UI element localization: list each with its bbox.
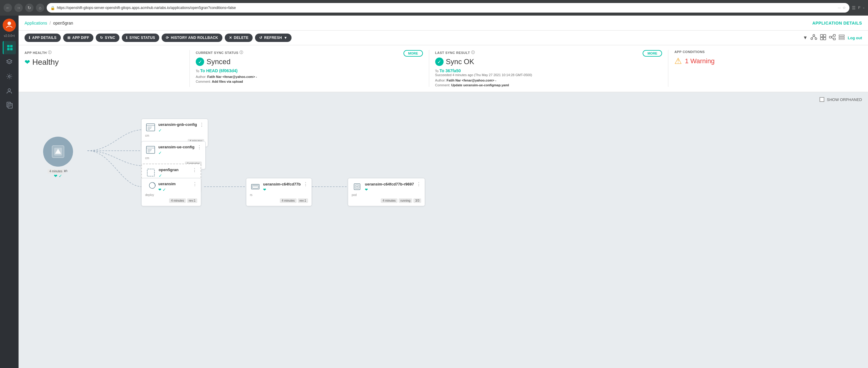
address-bar[interactable]: 🔒 https://openshift-gitops-server-opensh… <box>47 3 849 12</box>
svg-line-17 <box>814 36 816 38</box>
sync-icon: ↻ <box>100 36 103 40</box>
toolbar: ℹ APP DETAILS ⊞ APP DIFF ↻ SYNC ℹ SYNC S… <box>19 31 868 45</box>
current-sync-label: CURRENT SYNC STATUS ⓘ <box>196 50 243 55</box>
current-sync-info-icon[interactable]: ⓘ <box>240 50 243 55</box>
node-ue-kebab[interactable]: ⋮ <box>197 144 202 150</box>
sidebar-item-user[interactable] <box>3 84 16 97</box>
svg-rect-9 <box>8 104 12 108</box>
node-ns-name-area: open5gran ✓ <box>159 168 190 178</box>
refresh-button[interactable]: ↺ REFRESH ▼ <box>255 34 291 42</box>
bookmarks-icon[interactable]: ☰ <box>852 5 856 10</box>
svg-rect-21 <box>824 37 826 40</box>
svg-point-14 <box>811 38 813 39</box>
svg-rect-45 <box>251 184 259 189</box>
delete-button[interactable]: ✕ DELETE <box>225 34 253 42</box>
filter-icon[interactable]: ▼ <box>803 35 808 40</box>
node-deploy-kebab[interactable]: ⋮ <box>192 181 197 187</box>
app-diff-button[interactable]: ⊞ APP DIFF <box>63 34 93 42</box>
layout-grid-icon[interactable] <box>820 34 826 41</box>
app-details-button[interactable]: ℹ APP DETAILS <box>25 34 61 42</box>
node-ns-title: open5gran <box>159 168 190 172</box>
node-gnb-check: ✓ <box>158 128 162 133</box>
app-logo <box>3 19 16 32</box>
svg-rect-19 <box>824 34 826 37</box>
sidebar-item-settings[interactable] <box>3 70 16 83</box>
last-sync-link[interactable]: To 367fa50 <box>439 68 461 73</box>
browser-actions: ☰ F ◦ <box>852 5 864 10</box>
svg-point-0 <box>7 22 11 25</box>
app-health-info-icon[interactable]: ⓘ <box>48 50 52 55</box>
history-icon: ⟳ <box>166 36 169 40</box>
app-conditions-label: APP CONDITIONS <box>674 50 856 54</box>
node-pod-time: 4 minutes <box>381 198 397 203</box>
svg-point-15 <box>815 38 817 39</box>
last-sync-header: LAST SYNC RESULT ⓘ MORE <box>435 50 662 58</box>
sidebar-item-layers[interactable] <box>3 55 16 68</box>
svg-line-26 <box>832 37 833 39</box>
node-deploy-status: ❤ ✓ <box>158 187 190 192</box>
node-pod-kebab[interactable]: ⋮ <box>416 181 421 187</box>
node-deploy-heart: ❤ <box>158 188 161 192</box>
last-sync-label: LAST SYNC RESULT ⓘ <box>435 50 475 55</box>
node-gnb-header: ueransim-gnb-config ✓ ⋮ <box>145 122 204 133</box>
sidebar: v2.0.0+t <box>0 16 19 368</box>
last-sync-to: To To 367fa50 <box>435 68 662 73</box>
last-sync-more-button[interactable]: MORE <box>643 50 662 57</box>
current-sync-author: Author: Fatih Nar <fenar@yahoo.com> - <box>196 75 423 79</box>
logout-button[interactable]: Log out <box>848 36 862 40</box>
node-ueransim-rs[interactable]: ueransim-c64fcd77b ❤ ⋮ rs 4 minutes rev:… <box>246 178 312 206</box>
page-title: APPLICATION DETAILS <box>812 21 862 26</box>
svg-rect-46 <box>252 185 258 188</box>
last-sync-info-icon[interactable]: ⓘ <box>471 50 475 55</box>
node-pod-status: ❤ <box>365 188 414 192</box>
home-button[interactable]: ⌂ <box>36 4 44 12</box>
svg-rect-33 <box>146 124 155 131</box>
layout-network-icon[interactable] <box>829 34 836 41</box>
sync-status-icon: ℹ <box>126 36 127 40</box>
node-rs-heart: ❤ <box>263 188 266 192</box>
node-ue-header: ueransim-ue-config ✓ ⋮ <box>145 144 202 155</box>
node-rs-rev: rev:1 <box>298 198 308 203</box>
svg-rect-3 <box>7 48 9 50</box>
layout-tree-icon[interactable] <box>810 34 817 41</box>
svg-rect-18 <box>820 34 823 37</box>
node-ue-check: ✓ <box>158 150 162 155</box>
node-gnb-kebab[interactable]: ⋮ <box>199 122 204 128</box>
toolbar-left: ℹ APP DETAILS ⊞ APP DIFF ↻ SYNC ℹ SYNC S… <box>25 34 291 42</box>
sidebar-item-docs[interactable] <box>3 98 16 112</box>
last-sync-check-icon: ✓ <box>435 58 443 66</box>
back-button[interactable]: ← <box>4 4 12 12</box>
node-pod-title: ueransim-c64fcd77b-r9697 <box>365 182 414 187</box>
extensions-icon[interactable]: ◦ <box>863 5 864 10</box>
node-rs-name-area: ueransim-c64fcd77b ❤ <box>263 182 301 192</box>
sync-status-button[interactable]: ℹ SYNC STATUS <box>122 34 159 42</box>
status-panel: APP HEALTH ⓘ ❤ Healthy CURRENT SYNC STAT… <box>19 45 868 92</box>
node-ueransim-pod[interactable]: ueransim-c64fcd77b-r9697 ❤ ⋮ pod 4 minut… <box>348 178 425 206</box>
profile-icon[interactable]: F <box>858 5 861 10</box>
svg-rect-4 <box>10 48 12 50</box>
root-heart-icon: ❤ <box>54 173 58 178</box>
node-rs-header: ueransim-c64fcd77b ❤ ⋮ <box>250 181 308 192</box>
svg-rect-2 <box>10 45 12 47</box>
history-rollback-button[interactable]: ⟳ HISTORY AND ROLLBACK <box>162 34 222 42</box>
current-sync-more-button[interactable]: MORE <box>403 50 423 57</box>
app-health-label: APP HEALTH ⓘ <box>25 50 184 55</box>
node-rs-kebab[interactable]: ⋮ <box>303 181 308 187</box>
forward-button[interactable]: → <box>14 4 23 12</box>
sync-check-icon: ✓ <box>196 58 204 66</box>
sync-button[interactable]: ↻ SYNC <box>96 34 119 42</box>
connector-root-to-gnb <box>87 130 141 151</box>
delete-icon: ✕ <box>229 36 232 40</box>
show-orphaned-checkbox[interactable] <box>819 97 824 102</box>
node-rs-title: ueransim-c64fcd77b <box>263 182 301 187</box>
sidebar-item-grid[interactable] <box>3 41 16 54</box>
reload-button[interactable]: ↻ <box>25 4 33 12</box>
node-ueransim-deploy[interactable]: ueransim ❤ ✓ ⋮ deploy 4 minutes rev:1 <box>141 178 201 206</box>
node-ns-kebab[interactable]: ⋮ <box>192 167 197 173</box>
root-node[interactable] <box>43 137 73 167</box>
layout-list-icon[interactable] <box>839 34 845 41</box>
node-deploy-footer: 4 minutes rev:1 <box>145 198 197 203</box>
breadcrumb-parent[interactable]: Applications <box>25 21 47 26</box>
show-orphaned-control[interactable]: SHOW ORPHANED <box>819 97 862 102</box>
current-sync-link[interactable]: To HEAD (6f063d4) <box>200 68 238 73</box>
